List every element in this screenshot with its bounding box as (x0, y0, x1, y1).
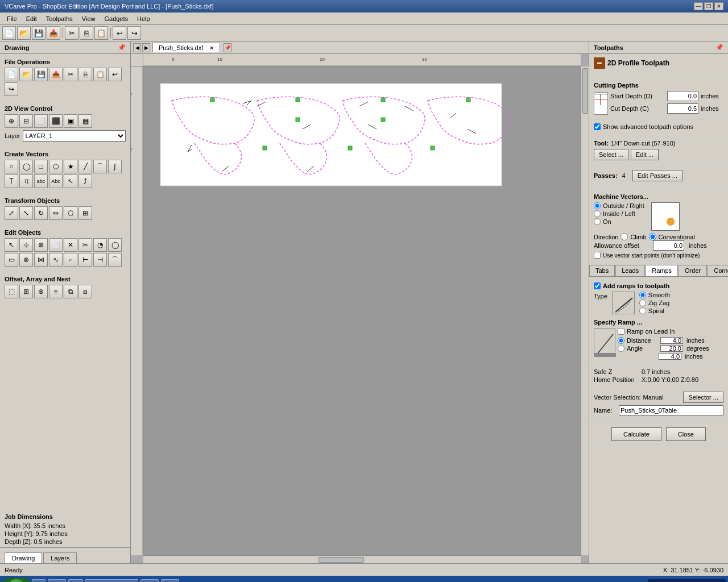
paste-file-btn[interactable]: 📋 (93, 68, 107, 81)
taskbar-app2[interactable]: 🌐 (140, 579, 159, 582)
view-btn3[interactable]: ⬜ (34, 114, 48, 128)
undo-btn[interactable]: ↩ (113, 26, 126, 40)
tab-ramps[interactable]: Ramps (646, 265, 678, 276)
skew-tool[interactable]: ⬠ (64, 206, 77, 220)
allowance-input[interactable] (653, 240, 684, 251)
start-button[interactable] (2, 578, 31, 582)
array-tool2[interactable]: ⊞ (19, 285, 33, 298)
tab-order[interactable]: Order (679, 265, 707, 276)
layout-tool[interactable]: ⧈ (78, 285, 92, 298)
menu-view[interactable]: View (77, 14, 100, 23)
scrollbar-vertical[interactable] (581, 66, 589, 555)
select-tool-btn[interactable]: Select ... (594, 149, 628, 160)
restore-btn[interactable]: ❐ (704, 2, 713, 10)
arc-tool[interactable]: ⌒ (93, 160, 107, 173)
view-btn2[interactable]: ⊟ (19, 114, 33, 128)
canvas-container[interactable]: 0 10 20 30 0 -5 (131, 54, 589, 563)
redo-btn[interactable]: ↪ (127, 26, 141, 40)
path-tool[interactable]: ⤴ (78, 174, 92, 188)
canvas-inner[interactable] (143, 66, 581, 555)
group-tool[interactable]: ⬜ (49, 238, 63, 252)
taskbar-media[interactable]: ▶ (68, 579, 83, 582)
menu-edit[interactable]: Edit (22, 14, 42, 23)
pattern-tool[interactable]: ⧉ (64, 285, 77, 298)
bool-tool[interactable]: ⊗ (19, 253, 33, 267)
arc-edit[interactable]: ◔ (93, 238, 107, 252)
selector-btn[interactable]: Selector ... (683, 392, 723, 403)
distance2-input[interactable] (659, 353, 681, 360)
text-tool4[interactable]: Abc (49, 174, 63, 188)
pin-icon-right[interactable]: 📌 (715, 44, 723, 51)
climb-radio[interactable] (621, 233, 628, 240)
node-tool2[interactable]: ⊕ (34, 238, 48, 252)
tab-prev[interactable]: ◀ (133, 43, 141, 52)
tab-leads[interactable]: Leads (615, 265, 645, 276)
smooth-radio[interactable] (639, 292, 646, 298)
add-ramps-checkbox[interactable] (594, 282, 601, 289)
align-tool[interactable]: ≡ (49, 285, 63, 298)
tab-corners[interactable]: Corners (708, 265, 728, 276)
copy-file-btn[interactable]: ⎘ (78, 68, 92, 81)
circle-edit[interactable]: ◯ (108, 238, 122, 252)
vector-start-checkbox[interactable] (594, 252, 601, 259)
advanced-checkbox[interactable] (594, 123, 601, 130)
tab-next[interactable]: ▶ (142, 43, 150, 52)
import-btn[interactable]: 📥 (47, 26, 60, 40)
conventional-radio[interactable] (649, 233, 656, 240)
tab-tabs[interactable]: Tabs (589, 265, 615, 276)
distance-radio[interactable] (618, 337, 624, 344)
view-btn5[interactable]: ▣ (64, 114, 77, 128)
scrollbar-horizontal[interactable] (143, 555, 581, 563)
taskbar-app3[interactable]: 🎨 (161, 579, 179, 582)
move-tool[interactable]: ⤢ (5, 206, 18, 220)
start-depth-input[interactable] (667, 91, 698, 101)
edit-tool-btn[interactable]: Edit ... (631, 149, 659, 160)
mirror-tool[interactable]: ⇔ (49, 206, 63, 220)
close-btn[interactable]: ✕ (714, 2, 723, 10)
extend-tool[interactable]: ⊢ (78, 253, 92, 267)
node-tool[interactable]: ⊹ (19, 238, 33, 252)
doc-tab[interactable]: Push_Sticks.dxf ✕ (152, 43, 220, 52)
text-tool3[interactable]: abc (34, 174, 48, 188)
open-btn[interactable]: 📂 (17, 26, 31, 40)
tab-close[interactable]: ✕ (209, 45, 214, 51)
angle-input[interactable] (660, 345, 683, 352)
name-input[interactable] (619, 405, 723, 415)
zigzag-radio[interactable] (639, 300, 646, 306)
calculate-btn[interactable]: Calculate (611, 427, 661, 441)
layer-select[interactable]: LAYER_1 (23, 130, 126, 142)
tab-drawing[interactable]: Drawing (5, 552, 42, 563)
save-btn[interactable]: 💾 (32, 26, 46, 40)
spline-tool[interactable]: ∫ (108, 160, 122, 173)
minimize-btn[interactable]: — (694, 2, 703, 10)
cut-depth-input[interactable] (667, 103, 698, 114)
inside-radio[interactable] (594, 210, 601, 217)
save-file-btn[interactable]: 💾 (34, 68, 48, 81)
open-file-btn[interactable]: 📂 (19, 68, 33, 81)
offset-tool[interactable]: ⬚ (5, 285, 18, 298)
cut-file-btn[interactable]: ✂ (64, 68, 77, 81)
view-btn6[interactable]: ▦ (78, 114, 92, 128)
menu-help[interactable]: Help (133, 14, 155, 23)
star-tool[interactable]: ★ (64, 160, 77, 173)
new-btn[interactable]: 📄 (2, 26, 16, 40)
ramp-lead-checkbox[interactable] (618, 328, 624, 335)
outside-radio[interactable] (594, 202, 601, 209)
text-tool2[interactable]: T| (19, 174, 33, 188)
menu-file[interactable]: File (2, 14, 22, 23)
paste-btn[interactable]: 📋 (94, 26, 108, 40)
taskbar-app1[interactable]: 🔶 VCarve Pro (85, 579, 138, 582)
fillet-tool[interactable]: ⌒ (108, 253, 122, 267)
undo-file-btn[interactable]: ↩ (108, 68, 122, 81)
join-tool[interactable]: ⋈ (34, 253, 48, 267)
close-btn[interactable]: Close (666, 427, 706, 441)
pin-icon[interactable]: 📌 (118, 44, 126, 51)
tab-pin[interactable]: 📌 (224, 43, 231, 52)
rect-tool[interactable]: □ (34, 160, 48, 173)
spiral-radio[interactable] (639, 307, 646, 314)
new-file-btn[interactable]: 📄 (5, 68, 18, 81)
taskbar-ie[interactable]: e (32, 579, 46, 582)
line-tool[interactable]: ╱ (78, 160, 92, 173)
view-btn1[interactable]: ⊕ (5, 114, 18, 128)
redo-file-btn[interactable]: ↪ (5, 82, 18, 96)
